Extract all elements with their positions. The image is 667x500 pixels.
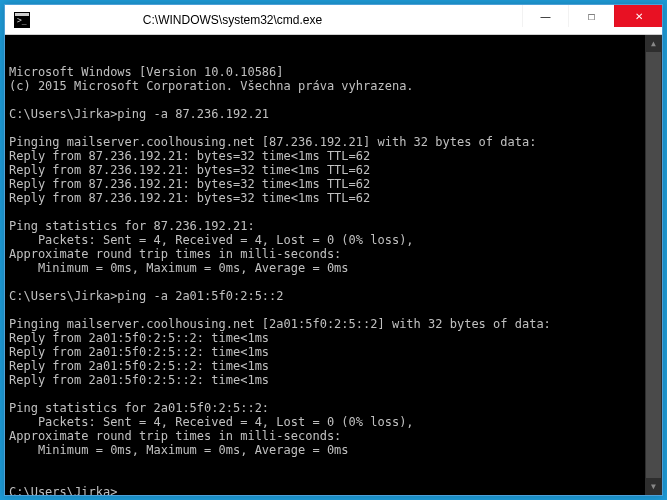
terminal-line: Pinging mailserver.coolhousing.net [2a01… — [9, 317, 658, 331]
terminal-line: Reply from 2a01:5f0:2:5::2: time<1ms — [9, 345, 658, 359]
terminal-line — [9, 121, 658, 135]
terminal-line: Microsoft Windows [Version 10.0.10586] — [9, 65, 658, 79]
maximize-button[interactable]: □ — [568, 5, 614, 27]
minimize-icon: — — [541, 11, 551, 22]
terminal-line — [9, 387, 658, 401]
terminal-text: Microsoft Windows [Version 10.0.10586](c… — [9, 65, 658, 495]
terminal-line — [9, 471, 658, 485]
terminal-line: C:\Users\Jirka>ping -a 87.236.192.21 — [9, 107, 658, 121]
terminal-line: Reply from 87.236.192.21: bytes=32 time<… — [9, 163, 658, 177]
close-icon: ✕ — [635, 11, 643, 22]
terminal-line: C:\Users\Jirka>ping -a 2a01:5f0:2:5::2 — [9, 289, 658, 303]
terminal-line: Reply from 87.236.192.21: bytes=32 time<… — [9, 191, 658, 205]
terminal-line: Ping statistics for 2a01:5f0:2:5::2: — [9, 401, 658, 415]
terminal-line: Minimum = 0ms, Maximum = 0ms, Average = … — [9, 261, 658, 275]
terminal-line: Minimum = 0ms, Maximum = 0ms, Average = … — [9, 443, 658, 457]
prompt-text: C:\Users\Jirka> — [9, 485, 117, 495]
terminal-line: Ping statistics for 87.236.192.21: — [9, 219, 658, 233]
terminal-line: (c) 2015 Microsoft Corporation. Všechna … — [9, 79, 658, 93]
cmd-window: >_ C:\WINDOWS\system32\cmd.exe — □ ✕ Mic… — [4, 4, 663, 496]
terminal-line: Reply from 87.236.192.21: bytes=32 time<… — [9, 149, 658, 163]
window-controls: — □ ✕ — [522, 5, 662, 34]
close-button[interactable]: ✕ — [614, 5, 662, 27]
terminal-line: Pinging mailserver.coolhousing.net [87.2… — [9, 135, 658, 149]
terminal-prompt-line: C:\Users\Jirka> — [9, 485, 658, 495]
terminal-line: Packets: Sent = 4, Received = 4, Lost = … — [9, 233, 658, 247]
terminal-line: Approximate round trip times in milli-se… — [9, 247, 658, 261]
terminal-line: Reply from 2a01:5f0:2:5::2: time<1ms — [9, 359, 658, 373]
terminal-line — [9, 93, 658, 107]
minimize-button[interactable]: — — [522, 5, 568, 27]
scroll-up-button[interactable]: ▲ — [645, 35, 662, 52]
scrollbar[interactable]: ▲ ▼ — [645, 35, 662, 495]
titlebar: >_ C:\WINDOWS\system32\cmd.exe — □ ✕ — [5, 5, 662, 35]
terminal-line: Reply from 2a01:5f0:2:5::2: time<1ms — [9, 331, 658, 345]
terminal-line — [9, 205, 658, 219]
scrollbar-thumb[interactable] — [646, 52, 661, 478]
terminal-line — [9, 457, 658, 471]
maximize-icon: □ — [588, 11, 594, 22]
terminal-line: Reply from 2a01:5f0:2:5::2: time<1ms — [9, 373, 658, 387]
terminal-line: Approximate round trip times in milli-se… — [9, 429, 658, 443]
window-title: C:\WINDOWS\system32\cmd.exe — [0, 13, 522, 27]
terminal-line: Reply from 87.236.192.21: bytes=32 time<… — [9, 177, 658, 191]
scroll-down-button[interactable]: ▼ — [645, 478, 662, 495]
terminal-line — [9, 303, 658, 317]
terminal-line: Packets: Sent = 4, Received = 4, Lost = … — [9, 415, 658, 429]
terminal-line — [9, 275, 658, 289]
terminal-output[interactable]: Microsoft Windows [Version 10.0.10586](c… — [5, 35, 662, 495]
